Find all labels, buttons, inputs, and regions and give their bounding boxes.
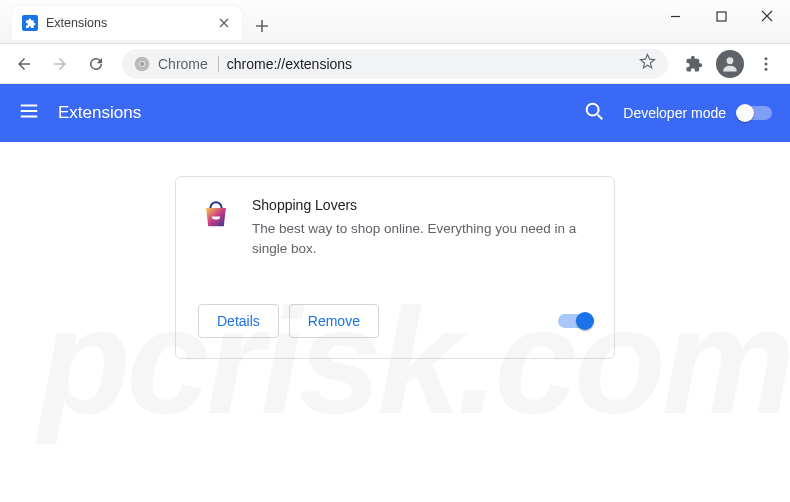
address-bar[interactable]: Chrome <box>122 49 668 79</box>
hamburger-menu-icon[interactable] <box>18 100 40 126</box>
svg-point-6 <box>765 62 768 65</box>
minimize-button[interactable] <box>652 0 698 32</box>
back-button[interactable] <box>8 48 40 80</box>
details-button[interactable]: Details <box>198 304 279 338</box>
security-chip: Chrome <box>158 56 219 72</box>
close-tab-icon[interactable] <box>216 15 232 31</box>
forward-button[interactable] <box>44 48 76 80</box>
extensions-puzzle-icon[interactable] <box>678 48 710 80</box>
window-titlebar: Extensions <box>0 0 790 44</box>
menu-dots-icon[interactable] <box>750 48 782 80</box>
svg-point-7 <box>765 67 768 70</box>
remove-button[interactable]: Remove <box>289 304 379 338</box>
svg-point-8 <box>587 104 599 116</box>
browser-tab[interactable]: Extensions <box>12 6 242 40</box>
svg-point-3 <box>140 61 144 65</box>
window-controls <box>652 0 790 32</box>
bookmark-star-icon[interactable] <box>639 53 656 74</box>
extension-name: Shopping Lovers <box>252 197 592 213</box>
page-title: Extensions <box>58 103 583 123</box>
tab-strip: Extensions <box>0 0 652 40</box>
extension-card: Shopping Lovers The best way to shop onl… <box>175 176 615 359</box>
page-header: Extensions Developer mode <box>0 84 790 142</box>
extension-enable-toggle[interactable] <box>558 314 592 328</box>
card-actions: Details Remove <box>198 304 592 338</box>
svg-rect-0 <box>717 12 726 21</box>
svg-point-4 <box>727 57 734 64</box>
reload-button[interactable] <box>80 48 112 80</box>
maximize-button[interactable] <box>698 0 744 32</box>
content-area: Shopping Lovers The best way to shop onl… <box>0 142 790 393</box>
extension-description: The best way to shop online. Everything … <box>252 219 592 260</box>
extension-app-icon <box>198 197 234 233</box>
card-header: Shopping Lovers The best way to shop onl… <box>198 197 592 260</box>
url-input[interactable] <box>227 56 631 72</box>
profile-avatar[interactable] <box>716 50 744 78</box>
developer-mode-label: Developer mode <box>623 105 726 121</box>
developer-mode-toggle[interactable] <box>738 106 772 120</box>
chrome-icon <box>134 56 150 72</box>
search-icon[interactable] <box>583 100 605 126</box>
close-window-button[interactable] <box>744 0 790 32</box>
new-tab-button[interactable] <box>248 12 276 40</box>
tab-title: Extensions <box>46 16 216 30</box>
svg-point-5 <box>765 57 768 60</box>
extension-info: Shopping Lovers The best way to shop onl… <box>252 197 592 260</box>
extension-puzzle-icon <box>22 15 38 31</box>
browser-toolbar: Chrome <box>0 44 790 84</box>
